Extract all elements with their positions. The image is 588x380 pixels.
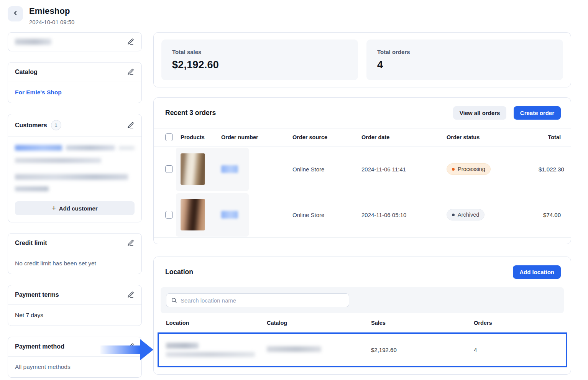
col-order-date: Order date: [361, 134, 447, 140]
total-orders-value: 4: [377, 59, 552, 71]
edit-payment-method-icon[interactable]: [127, 343, 135, 350]
col-location: Location: [166, 320, 267, 326]
redacted-location-catalog: [267, 346, 321, 352]
location-sales: $2,192.60: [371, 347, 474, 353]
order-row[interactable]: Online Store 2024-11-06 05:10 Archived $…: [154, 192, 571, 238]
redacted-customer-tag: [119, 146, 135, 150]
col-catalog: Catalog: [267, 320, 371, 326]
product-thumbnail: [181, 199, 205, 230]
total-sales-label: Total sales: [172, 49, 347, 55]
order-source: Online Store: [292, 166, 361, 173]
create-order-button[interactable]: Create order: [514, 106, 561, 120]
edit-customers-icon[interactable]: [127, 122, 135, 129]
plus-icon: +: [52, 205, 56, 212]
location-search-box[interactable]: [166, 293, 349, 307]
credit-limit-value: No credit limit has been set yet: [8, 253, 141, 274]
page-header: Emieshop 2024-10-01 09:50: [0, 0, 588, 25]
col-order-status: Order status: [447, 134, 539, 140]
total-sales-value: $2,192.60: [172, 59, 347, 71]
company-name-card: [8, 32, 142, 51]
edit-credit-limit-icon[interactable]: [127, 239, 135, 247]
location-table-header: Location Catalog Sales Orders: [154, 313, 571, 332]
col-order-number: Order number: [221, 134, 292, 140]
catalog-title: Catalog: [15, 69, 38, 76]
payment-terms-title: Payment terms: [15, 291, 59, 298]
recent-orders-card: Recent 3 orders View all orders Create o…: [153, 97, 571, 244]
status-dot-icon: [452, 214, 455, 216]
credit-limit-title: Credit limit: [15, 240, 47, 247]
select-all-checkbox[interactable]: [165, 133, 173, 141]
location-search-input[interactable]: [181, 297, 344, 304]
redacted-customer-line-4: [15, 186, 49, 191]
customers-count-badge: 1: [51, 120, 61, 130]
payment-method-card: Payment method All payment methods: [8, 337, 142, 378]
redacted-company-name: [15, 39, 51, 45]
col-orders: Orders: [474, 320, 561, 326]
total-sales-stat: Total sales $2,192.60: [161, 39, 358, 80]
stats-card: Total sales $2,192.60 Total orders 4: [153, 32, 571, 87]
redacted-customer-info: [66, 145, 115, 150]
total-orders-label: Total orders: [377, 49, 552, 55]
redacted-order-number-link[interactable]: [221, 211, 238, 219]
product-thumbnail: [181, 153, 205, 185]
add-location-button[interactable]: Add location: [513, 265, 561, 279]
order-date: 2024-11-06 11:41: [361, 166, 447, 173]
row-checkbox[interactable]: [165, 165, 173, 173]
redacted-location-address: [166, 352, 255, 357]
search-icon: [171, 297, 177, 303]
status-dot-icon: [452, 168, 455, 171]
status-badge: Archived: [447, 209, 485, 220]
credit-limit-card: Credit limit No credit limit has been se…: [8, 233, 142, 274]
order-total: $1,022.30: [539, 166, 564, 173]
redacted-order-number-link[interactable]: [221, 165, 238, 173]
col-products: Products: [181, 134, 221, 140]
customers-title: Customers: [15, 122, 47, 129]
add-customer-button[interactable]: + Add customer: [15, 201, 135, 215]
orders-table-header: Products Order number Order source Order…: [154, 128, 571, 146]
order-date: 2024-11-06 05:10: [361, 212, 447, 218]
payment-method-value: All payment methods: [8, 356, 141, 377]
redacted-customer-name: [15, 145, 62, 151]
payment-terms-value: Net 7 days: [8, 304, 141, 326]
location-search-band: [161, 287, 564, 313]
customer-detail-page: Emieshop 2024-10-01 09:50 Catalog: [0, 0, 588, 380]
title-block: Emieshop 2024-10-01 09:50: [29, 6, 74, 25]
col-sales: Sales: [371, 320, 474, 326]
order-total: $74.00: [539, 212, 561, 218]
customers-card: Customers 1: [8, 114, 142, 222]
location-card: Location Add location Location Catalog S…: [153, 257, 571, 375]
sidebar: Catalog For Emie's Shop Customers 1: [8, 32, 142, 378]
location-orders: 4: [474, 347, 563, 353]
total-orders-stat: Total orders 4: [366, 39, 563, 80]
redacted-location-name: [166, 343, 199, 349]
row-checkbox[interactable]: [165, 211, 173, 219]
location-row-highlighted[interactable]: $2,192.60 4: [158, 332, 567, 367]
created-timestamp: 2024-10-01 09:50: [29, 19, 74, 25]
redacted-customer-line-2: [15, 158, 101, 163]
edit-catalog-icon[interactable]: [127, 68, 135, 76]
chevron-left-icon: [12, 10, 19, 18]
view-all-orders-button[interactable]: View all orders: [453, 106, 507, 120]
status-badge: Processing: [447, 163, 491, 175]
payment-terms-card: Payment terms Net 7 days: [8, 285, 142, 326]
back-button[interactable]: [8, 6, 23, 21]
edit-payment-terms-icon[interactable]: [127, 291, 135, 299]
recent-orders-title: Recent 3 orders: [165, 109, 216, 117]
col-total: Total: [539, 134, 561, 140]
location-title: Location: [165, 268, 193, 276]
payment-method-title: Payment method: [15, 343, 64, 350]
main-panel: Total sales $2,192.60 Total orders 4 Rec…: [153, 32, 571, 375]
col-order-source: Order source: [292, 134, 361, 140]
order-row[interactable]: Online Store 2024-11-06 11:41 Processing…: [154, 146, 571, 192]
page-title: Emieshop: [29, 6, 74, 16]
catalog-card: Catalog For Emie's Shop: [8, 62, 142, 103]
redacted-customer-line-3: [15, 174, 128, 180]
edit-company-name-icon[interactable]: [127, 38, 135, 46]
catalog-link[interactable]: For Emie's Shop: [15, 89, 62, 95]
order-source: Online Store: [292, 212, 361, 218]
